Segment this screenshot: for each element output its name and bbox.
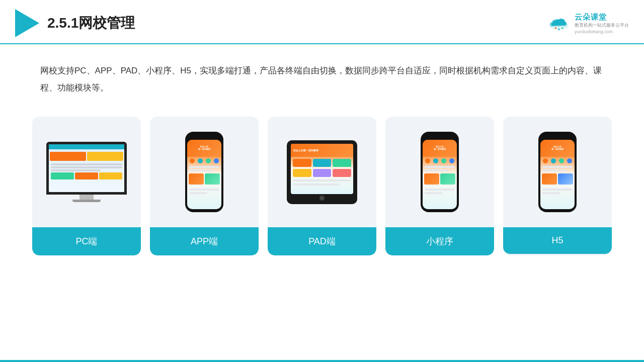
miniprogram-phone-notch	[434, 135, 446, 138]
pad-body	[291, 157, 353, 188]
pc-screen-bar	[49, 144, 124, 149]
pad-line1	[293, 179, 351, 182]
app-icon4	[214, 158, 219, 163]
mini-icon4	[449, 158, 454, 163]
app-icons	[187, 157, 221, 165]
miniprogram-phone-screen: 职达人的第一堂判断课	[423, 140, 457, 209]
app-phone-outer: 职达人的第一堂判断课	[185, 132, 223, 212]
app-label: APP端	[150, 227, 259, 255]
mini-icon2	[433, 158, 438, 163]
pad-image-area: 职达人的第一堂判断课	[268, 117, 376, 227]
mini-line4	[425, 192, 443, 194]
h5-icon1	[543, 158, 548, 163]
pc-screen-inner	[49, 144, 124, 192]
app-line4	[189, 192, 207, 194]
description-paragraph: 网校支持PC、APP、PAD、小程序、H5，实现多端打通，产品各终端自由切换，数…	[40, 62, 604, 97]
header-left: 2.5.1网校管理	[15, 9, 135, 37]
miniprogram-rows	[423, 165, 457, 172]
h5-icon2	[551, 158, 556, 163]
device-card-pad: 职达人的第一堂判断课	[268, 117, 376, 255]
app-line3	[189, 189, 219, 191]
h5-line3	[542, 189, 573, 191]
brand-domain: yunduoketang.com	[575, 29, 629, 35]
app-icon1	[190, 158, 195, 163]
h5-image-area: 职达人的第一堂判断课	[503, 117, 612, 227]
pad-home-button	[319, 196, 325, 201]
pad-label: PAD端	[268, 227, 376, 255]
app-icon3	[206, 158, 211, 163]
miniprogram-label: 小程序	[385, 227, 494, 255]
app-phone-mockup: 职达人的第一堂判断课	[185, 132, 223, 212]
pad-card1	[293, 159, 311, 167]
app-cards	[187, 172, 221, 186]
brand-logo: 云朵课堂 教育机构一站式服务云平台 yunduoketang.com	[546, 12, 629, 35]
app-line2	[189, 169, 213, 171]
miniprogram-rows2	[423, 188, 457, 195]
h5-phone-outer: 职达人的第一堂判断课	[538, 132, 577, 212]
device-card-h5: 职达人的第一堂判断课	[503, 117, 612, 255]
app-phone-notch	[198, 135, 210, 138]
pc-block1	[50, 152, 86, 161]
app-image-area: 职达人的第一堂判断课	[150, 117, 259, 227]
app-phone-screen: 职达人的第一堂判断课	[187, 140, 221, 209]
h5-rows2	[540, 188, 575, 195]
miniprogram-banner: 职达人的第一堂判断课	[423, 140, 457, 157]
brand-text-block: 云朵课堂 教育机构一站式服务云平台 yunduoketang.com	[575, 12, 629, 35]
pad-card2	[313, 159, 332, 167]
pc-line3	[51, 169, 101, 171]
miniprogram-phone-outer: 职达人的第一堂判断课	[421, 132, 459, 212]
pc-block2	[87, 152, 123, 161]
app-line1	[189, 166, 219, 168]
app-banner: 职达人的第一堂判断课	[187, 140, 221, 157]
pad-line2	[293, 184, 340, 186]
svg-point-3	[561, 27, 563, 29]
h5-label: H5	[503, 227, 612, 254]
pad-card5	[313, 169, 332, 177]
mini-icon3	[441, 158, 446, 163]
pc-block3	[51, 172, 74, 179]
h5-icon4	[567, 158, 572, 163]
pc-line2	[51, 166, 122, 168]
pad-row1	[293, 159, 351, 167]
mini-card2	[440, 173, 455, 185]
device-card-app: 职达人的第一堂判断课	[150, 117, 259, 255]
miniprogram-icons	[423, 157, 457, 165]
miniprogram-image-area: 职达人的第一堂判断课	[385, 117, 494, 227]
pc-screen-row1	[49, 151, 124, 162]
h5-card1	[542, 173, 557, 185]
h5-line1	[542, 166, 573, 168]
app-card1	[189, 173, 204, 185]
pc-line1	[51, 163, 122, 165]
brand-tagline: 教育机构一站式服务云平台	[575, 22, 629, 29]
header: 2.5.1网校管理 云朵课堂 教育机构一站式服务云平台 yunduoketang…	[0, 0, 644, 44]
pc-screen-outer	[46, 142, 127, 195]
h5-line2	[542, 169, 567, 171]
h5-phone-notch	[551, 135, 564, 138]
app-card2	[205, 173, 220, 185]
pad-row2	[293, 169, 351, 177]
mini-line3	[425, 189, 455, 191]
pc-block4	[75, 172, 98, 179]
pc-row2	[51, 172, 122, 179]
svg-point-2	[558, 29, 559, 30]
logo-triangle-icon	[15, 9, 39, 37]
mini-card1	[424, 173, 439, 185]
bottom-divider	[0, 360, 644, 362]
pc-screen-content	[49, 144, 124, 192]
h5-rows	[540, 165, 575, 172]
h5-banner: 职达人的第一堂判断课	[540, 140, 575, 157]
mini-icon1	[425, 158, 430, 163]
h5-cards	[540, 172, 575, 186]
pad-card4	[293, 169, 311, 177]
miniprogram-phone-mockup: 职达人的第一堂判断课	[421, 132, 459, 212]
pc-image-area	[32, 117, 141, 227]
device-card-pc: PC端	[32, 117, 141, 255]
pc-stand	[79, 195, 94, 200]
brand-name: 云朵课堂	[575, 12, 629, 22]
description-text: 网校支持PC、APP、PAD、小程序、H5，实现多端打通，产品各终端自由切换，数…	[0, 44, 644, 107]
h5-card2	[558, 173, 573, 185]
h5-phone-screen: 职达人的第一堂判断课	[540, 140, 575, 209]
miniprogram-cards	[423, 172, 457, 186]
h5-line4	[542, 192, 560, 194]
h5-icons	[540, 157, 575, 165]
